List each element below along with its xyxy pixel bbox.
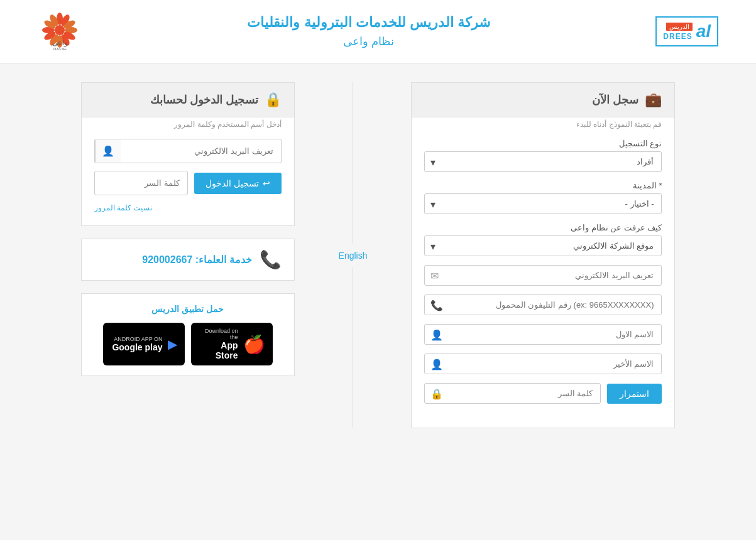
waie-logo-svg: واعى WAIE	[38, 13, 82, 50]
aldrees-drees-text: DREES	[663, 32, 692, 41]
system-name: نظام واعى	[247, 35, 490, 48]
email-icon: ✉	[430, 269, 439, 281]
how-select[interactable]: موقع الشركة الالكتروني أصدقاء تلفزيون	[424, 235, 662, 256]
aldrees-logo: al الدريس DREES	[655, 16, 718, 46]
forgot-password-container: نسيت كلمة المرور	[94, 202, 282, 213]
login-password-row: 🔒	[94, 171, 188, 195]
login-password-input[interactable]	[94, 173, 187, 193]
reg-type-group: نوع التسجيل أفراد شركات	[424, 139, 662, 172]
reg-type-select[interactable]: أفراد شركات	[424, 151, 662, 172]
register-area: 💼 سجل الآن قم بتعبئة النموذج أدناه للبدء…	[411, 82, 675, 428]
phone-icon: 📞	[430, 299, 443, 311]
firstname-icon: 👤	[430, 328, 443, 340]
login-email-row: 👤	[94, 139, 282, 163]
city-select[interactable]: - اختيار -	[424, 193, 662, 214]
login-email-icon: 👤	[95, 139, 121, 163]
continue-button[interactable]: استمرار	[607, 384, 662, 404]
city-group: * المدينة - اختيار -	[424, 181, 662, 214]
service-text: خدمة العلماء: 920002667	[142, 254, 251, 266]
reg-type-select-wrapper: أفراد شركات	[424, 151, 662, 172]
register-body: نوع التسجيل أفراد شركات * المدينة	[412, 129, 674, 428]
appstore-large-text: App Store	[199, 340, 238, 360]
googleplay-large-text: Google play	[112, 342, 162, 352]
lastname-input-wrapper: 👤	[424, 354, 662, 374]
login-section: 🔒 تسجيل الدخول لحسابك أدخل أسم المستخدم …	[81, 82, 295, 428]
aldrees-arabic-text: الدريس	[666, 23, 693, 31]
appstore-text: Download on the App Store	[199, 328, 238, 360]
password-continue-row: استمرار 🔒	[424, 383, 662, 404]
email-input-wrapper: ✉	[424, 265, 662, 286]
how-select-wrapper: موقع الشركة الالكتروني أصدقاء تلفزيون	[424, 235, 662, 256]
english-link[interactable]: English	[332, 244, 374, 267]
password-icon: 🔒	[430, 387, 443, 399]
register-subtitle: قم بتعبئة النموذج أدناه للبدء	[412, 117, 674, 129]
how-label: كيف عرفت عن نظام واعى	[424, 223, 662, 232]
waie-logo: واعى WAIE	[38, 13, 82, 50]
phone-service-icon: 📞	[260, 249, 282, 270]
reg-type-label: نوع التسجيل	[424, 139, 662, 148]
lock-icon: 🔒	[265, 92, 282, 108]
phone-input[interactable]	[424, 294, 662, 315]
svg-text:WAIE: WAIE	[53, 46, 67, 50]
city-label: * المدينة	[424, 181, 662, 190]
googleplay-text: ANDROID APP ON Google play	[112, 336, 162, 352]
svg-point-12	[55, 25, 65, 35]
appstore-small-text: Download on the	[199, 328, 238, 340]
company-name: شركة الدريس للخدمات البترولية والنقليات	[247, 14, 490, 31]
lastname-input[interactable]	[424, 354, 662, 374]
login-email-input[interactable]	[121, 141, 281, 161]
googleplay-icon: ▶	[168, 337, 177, 352]
center-divider: English	[320, 82, 386, 428]
firstname-group: 👤	[424, 324, 662, 345]
app-panel-title: حمل تطبيق الدريس	[94, 304, 282, 314]
login-panel: 🔒 تسجيل الدخول لحسابك أدخل أسم المستخدم …	[81, 82, 295, 226]
login-body: 👤 ↩ تسجيل الدخول 🔒 نسيت كلمة المرور	[82, 129, 294, 225]
lastname-icon: 👤	[430, 358, 443, 370]
app-buttons: 🍎 Download on the App Store ▶ ANDROID AP…	[94, 323, 282, 365]
app-panel: حمل تطبيق الدريس 🍎 Download on the App S…	[81, 293, 295, 376]
email-input[interactable]	[424, 265, 662, 286]
firstname-input-wrapper: 👤	[424, 324, 662, 345]
city-select-wrapper: - اختيار -	[424, 193, 662, 214]
header-center: شركة الدريس للخدمات البترولية والنقليات …	[247, 14, 490, 48]
googleplay-small-text: ANDROID APP ON	[112, 336, 162, 342]
main-content: 💼 سجل الآن قم بتعبئة النموذج أدناه للبدء…	[0, 63, 756, 447]
password-input-wrapper: 🔒	[424, 383, 601, 404]
login-button[interactable]: ↩ تسجيل الدخول	[194, 173, 282, 194]
lastname-group: 👤	[424, 354, 662, 374]
login-password-row-container: ↩ تسجيل الدخول 🔒	[94, 171, 282, 195]
apple-icon: 🍎	[243, 334, 265, 355]
password-input[interactable]	[424, 383, 601, 404]
login-title: تسجيل الدخول لحسابك	[150, 93, 258, 107]
login-subtitle: أدخل أسم المستخدم وكلمة المرور	[82, 117, 294, 129]
appstore-button[interactable]: 🍎 Download on the App Store	[191, 323, 273, 365]
register-panel-header: 💼 سجل الآن	[412, 83, 674, 117]
vertical-line-top	[353, 82, 353, 244]
service-panel: 📞 خدمة العلماء: 920002667	[81, 239, 295, 281]
googleplay-button[interactable]: ▶ ANDROID APP ON Google play	[103, 323, 185, 365]
password-group: استمرار 🔒	[424, 383, 662, 404]
firstname-input[interactable]	[424, 324, 662, 345]
login-arrow-icon: ↩	[263, 178, 270, 188]
register-panel: 💼 سجل الآن قم بتعبئة النموذج أدناه للبدء…	[411, 82, 675, 428]
login-panel-header: 🔒 تسجيل الدخول لحسابك	[82, 83, 294, 117]
phone-group: 📞	[424, 294, 662, 315]
forgot-password-link[interactable]: نسيت كلمة المرور	[94, 203, 153, 212]
aldrees-al-text: al	[696, 21, 711, 41]
register-title: سجل الآن	[592, 93, 638, 107]
briefcase-icon: 💼	[645, 92, 662, 108]
phone-input-wrapper: 📞	[424, 294, 662, 315]
email-group: ✉	[424, 265, 662, 286]
how-group: كيف عرفت عن نظام واعى موقع الشركة الالكت…	[424, 223, 662, 256]
vertical-line-bottom	[353, 267, 353, 429]
header: al الدريس DREES شركة الدريس للخدمات البت…	[0, 0, 756, 63]
